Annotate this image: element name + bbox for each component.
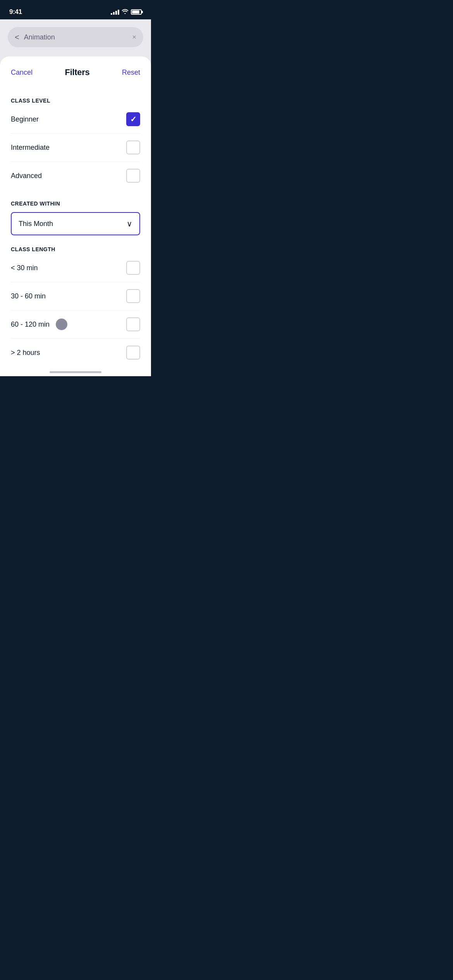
battery-icon <box>131 9 142 15</box>
beginner-label: Beginner <box>11 115 39 123</box>
cancel-button[interactable]: Cancel <box>11 69 33 77</box>
status-time: 9:41 <box>9 8 22 16</box>
checkmark-icon: ✓ <box>130 115 137 123</box>
search-bar[interactable]: < Animation × <box>8 27 143 47</box>
class-level-section: CLASS LEVEL Beginner ✓ Intermediate Adva… <box>11 98 140 190</box>
30to60-label: 30 - 60 min <box>11 292 46 300</box>
advanced-row: Advanced <box>11 162 140 190</box>
reset-button[interactable]: Reset <box>122 69 140 77</box>
class-level-label: CLASS LEVEL <box>11 98 140 104</box>
created-within-dropdown[interactable]: This Month ∨ <box>11 212 140 235</box>
search-left: < Animation <box>15 33 55 41</box>
search-input-value: Animation <box>24 33 55 41</box>
30to60-checkbox[interactable] <box>126 289 140 303</box>
created-within-section: CREATED WITHIN This Month ∨ <box>11 200 140 235</box>
status-icons <box>111 9 142 15</box>
intermediate-label: Intermediate <box>11 144 50 152</box>
filter-title: Filters <box>65 67 90 77</box>
dot-indicator-icon <box>56 319 67 330</box>
lt30-label: < 30 min <box>11 264 38 272</box>
60to120-label-area: 60 - 120 min <box>11 319 126 330</box>
status-bar: 9:41 <box>0 0 151 19</box>
beginner-row: Beginner ✓ <box>11 105 140 134</box>
advanced-label: Advanced <box>11 172 42 180</box>
60to120-row: 60 - 120 min <box>11 310 140 339</box>
created-within-label: CREATED WITHIN <box>11 200 140 207</box>
wifi-icon <box>122 9 129 15</box>
lt30-checkbox[interactable] <box>126 261 140 275</box>
class-length-section: CLASS LENGTH < 30 min 30 - 60 min 60 - 1… <box>11 246 140 367</box>
search-area: < Animation × <box>0 19 151 57</box>
dropdown-selected-value: This Month <box>19 220 53 228</box>
dropdown-chevron-icon: ∨ <box>127 219 132 228</box>
created-within-dropdown-container: This Month ∨ <box>11 212 140 235</box>
gt2hours-row: > 2 hours <box>11 339 140 367</box>
class-length-label: CLASS LENGTH <box>11 246 140 252</box>
clear-search-icon[interactable]: × <box>132 33 136 41</box>
gt2hours-label: > 2 hours <box>11 349 40 357</box>
30to60-row: 30 - 60 min <box>11 282 140 310</box>
advanced-checkbox[interactable] <box>126 169 140 183</box>
60to120-checkbox[interactable] <box>126 317 140 331</box>
signal-icon <box>111 9 119 15</box>
filter-header: Cancel Filters Reset <box>11 57 140 87</box>
60to120-label: 60 - 120 min <box>11 320 50 329</box>
back-arrow-icon[interactable]: < <box>15 33 19 41</box>
home-bar <box>50 371 101 373</box>
home-indicator <box>11 367 140 376</box>
intermediate-checkbox[interactable] <box>126 140 140 154</box>
gt2hours-checkbox[interactable] <box>126 346 140 360</box>
intermediate-row: Intermediate <box>11 134 140 162</box>
beginner-checkbox[interactable]: ✓ <box>126 112 140 126</box>
filter-sheet: Cancel Filters Reset CLASS LEVEL Beginne… <box>0 57 151 376</box>
lt30-row: < 30 min <box>11 254 140 282</box>
